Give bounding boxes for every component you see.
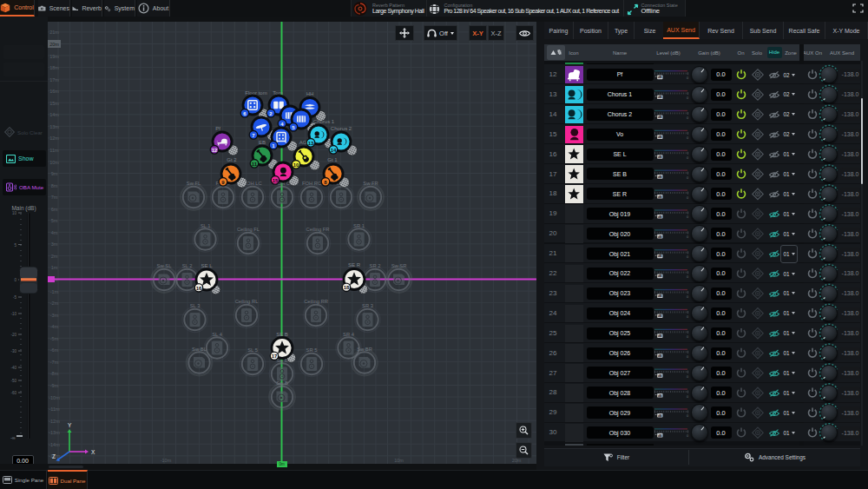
svg-text:0: 0 [687, 315, 688, 319]
svg-text:11m: 11m [49, 148, 59, 153]
svg-text:Ceiling RR: Ceiling RR [304, 299, 328, 304]
svg-text:-7m: -7m [50, 360, 59, 365]
svg-text:0: 0 [687, 335, 688, 339]
svg-text:dB: dB [658, 235, 662, 239]
svg-text:8m: 8m [51, 183, 58, 188]
svg-text:Pf: Pf [215, 126, 220, 131]
svg-text:0: 0 [687, 116, 688, 120]
svg-text:16: 16 [196, 286, 202, 291]
svg-text:10m: 10m [49, 160, 59, 165]
svg-text:-∞: -∞ [10, 435, 16, 440]
svg-text:0: 0 [687, 395, 688, 399]
svg-text:-50: -50 [10, 379, 16, 383]
svg-text:15m: 15m [49, 101, 59, 106]
svg-text:0: 0 [687, 156, 688, 160]
svg-text:-4m: -4m [50, 324, 59, 329]
svg-text:10m: 10m [394, 458, 404, 463]
svg-text:Gt 2: Gt 2 [227, 157, 237, 162]
svg-text:dB: dB [658, 195, 662, 199]
svg-text:0: 0 [687, 235, 688, 239]
svg-text:19m: 19m [49, 54, 59, 59]
svg-text:Floor tom: Floor tom [245, 90, 266, 96]
svg-text:-11m: -11m [49, 406, 60, 412]
svg-text:dB: dB [658, 374, 662, 378]
svg-text:-5m: -5m [50, 336, 59, 341]
svg-text:HH: HH [306, 91, 314, 96]
svg-text:FOH RC: FOH RC [302, 181, 321, 186]
svg-text:5: 5 [14, 243, 16, 248]
svg-text:17m: 17m [49, 77, 59, 83]
svg-text:0: 0 [687, 216, 688, 220]
svg-text:14m: 14m [49, 112, 59, 117]
svg-text:dB: dB [658, 294, 662, 298]
svg-text:0: 0 [687, 415, 688, 419]
svg-text:15: 15 [273, 178, 279, 183]
svg-text:7m: 7m [51, 195, 58, 200]
svg-text:Gt 1: Gt 1 [327, 157, 338, 162]
svg-text:dB: dB [658, 274, 662, 278]
svg-text:0: 0 [687, 76, 688, 80]
svg-text:-9m: -9m [50, 383, 59, 388]
svg-text:SE L: SE L [201, 263, 213, 268]
svg-text:-5: -5 [13, 295, 16, 300]
svg-text:-3m: -3m [50, 313, 59, 318]
svg-text:0: 0 [687, 375, 688, 379]
svg-text:3m: 3m [51, 241, 58, 247]
svg-text:dB: dB [658, 215, 662, 219]
svg-text:10: 10 [12, 211, 17, 215]
svg-text:dB: dB [658, 434, 662, 438]
svg-text:0: 0 [14, 278, 16, 282]
svg-text:10: 10 [293, 162, 299, 168]
svg-text:0: 0 [687, 176, 688, 180]
svg-text:-10: -10 [10, 312, 16, 316]
svg-text:20m: 20m [49, 42, 59, 47]
svg-text:dB: dB [658, 175, 662, 179]
svg-text:dB: dB [658, 314, 662, 318]
svg-text:dB: dB [658, 155, 662, 159]
svg-text:-20: -20 [10, 333, 16, 337]
svg-text:14: 14 [331, 148, 337, 153]
svg-text:Z: Z [52, 453, 56, 459]
svg-text:dB: dB [658, 96, 662, 99]
svg-text:-10m: -10m [161, 458, 172, 463]
svg-text:X: X [91, 449, 95, 455]
svg-text:11: 11 [252, 162, 258, 167]
svg-text:dB: dB [658, 255, 662, 259]
svg-text:0: 0 [687, 136, 688, 140]
svg-text:0: 0 [687, 434, 688, 438]
svg-text:dB: dB [658, 135, 662, 139]
svg-text:0: 0 [687, 355, 688, 359]
svg-text:Chorus 1: Chorus 1 [313, 119, 335, 124]
svg-text:21m: 21m [49, 30, 59, 35]
svg-text:9m: 9m [51, 171, 58, 176]
svg-text:18m: 18m [49, 65, 59, 70]
svg-text:SE R: SE R [348, 262, 361, 268]
svg-text:5m: 5m [51, 218, 58, 223]
svg-text:-30: -30 [10, 349, 16, 354]
svg-text:AG: AG [299, 140, 307, 145]
svg-text:12m: 12m [49, 135, 59, 141]
svg-text:-2m: -2m [50, 301, 59, 306]
svg-text:dB: dB [658, 334, 662, 338]
svg-text:Ceiling FR: Ceiling FR [306, 227, 329, 232]
svg-text:dB: dB [658, 354, 662, 358]
svg-text:dB: dB [658, 414, 662, 418]
svg-text:-10m: -10m [49, 395, 60, 400]
svg-text:-12m: -12m [49, 419, 60, 424]
svg-text:-13m: -13m [49, 430, 60, 435]
svg-text:12: 12 [212, 148, 218, 153]
svg-text:13: 13 [308, 141, 314, 146]
svg-text:18: 18 [344, 285, 350, 290]
svg-text:Chorus 2: Chorus 2 [331, 126, 352, 131]
svg-text:0: 0 [687, 255, 688, 259]
svg-text:0: 0 [687, 295, 688, 299]
svg-text:-8m: -8m [50, 371, 59, 376]
svg-text:1m: 1m [51, 265, 58, 270]
svg-text:2m: 2m [51, 254, 58, 259]
svg-text:dB: dB [658, 76, 662, 79]
svg-text:dB: dB [658, 116, 662, 119]
svg-text:-6m: -6m [50, 347, 59, 353]
svg-text:0: 0 [687, 196, 688, 200]
svg-text:-1m: -1m [50, 289, 59, 294]
svg-text:-40: -40 [10, 366, 16, 370]
